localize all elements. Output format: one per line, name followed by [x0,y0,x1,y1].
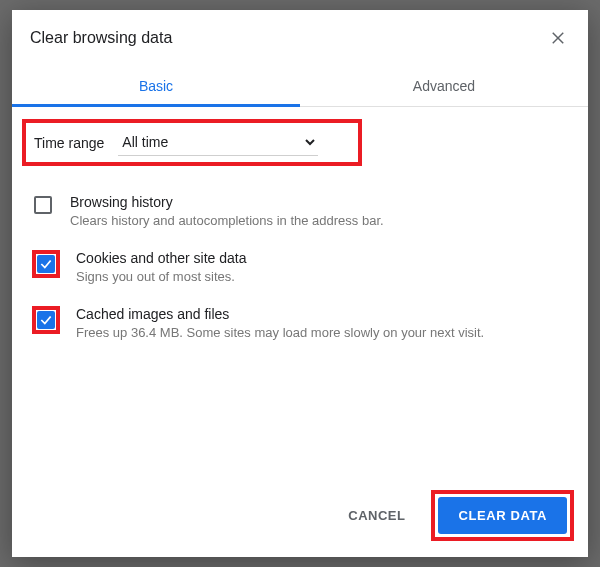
clear-browsing-data-dialog: Clear browsing data Basic Advanced Time … [12,10,588,557]
checkbox-wrap [32,250,60,278]
dialog-content: Time range All time Browsing history Cle… [12,107,588,476]
dialog-footer: CANCEL CLEAR DATA [12,476,588,557]
clear-data-highlight: CLEAR DATA [431,490,574,541]
checkbox-browsing-history[interactable] [34,196,52,214]
time-range-label: Time range [34,135,104,151]
dialog-title: Clear browsing data [30,29,172,47]
clear-data-button[interactable]: CLEAR DATA [438,497,567,534]
dialog-header: Clear browsing data [12,10,588,58]
check-icon [39,313,53,327]
tab-basic[interactable]: Basic [12,64,300,106]
option-desc: Frees up 36.4 MB. Some sites may load mo… [76,324,568,342]
option-title: Browsing history [70,194,568,210]
check-icon [39,257,53,271]
option-text: Browsing history Clears history and auto… [70,194,568,230]
tab-advanced[interactable]: Advanced [300,64,588,106]
close-button[interactable] [546,26,570,50]
time-range-select[interactable]: All time [118,129,318,156]
option-browsing-history: Browsing history Clears history and auto… [12,184,588,240]
time-range-row: Time range All time [22,119,362,166]
option-title: Cookies and other site data [76,250,568,266]
option-cookies: Cookies and other site data Signs you ou… [12,240,588,296]
option-desc: Clears history and autocompletions in th… [70,212,568,230]
option-title: Cached images and files [76,306,568,322]
tabs: Basic Advanced [12,64,588,107]
checkbox-cookies[interactable] [37,255,55,273]
close-icon [549,29,567,47]
option-desc: Signs you out of most sites. [76,268,568,286]
option-text: Cookies and other site data Signs you ou… [76,250,568,286]
option-cache: Cached images and files Frees up 36.4 MB… [12,296,588,352]
cancel-button[interactable]: CANCEL [332,498,421,533]
checkbox-wrap [32,194,54,216]
checkbox-cache[interactable] [37,311,55,329]
checkbox-wrap [32,306,60,334]
option-text: Cached images and files Frees up 36.4 MB… [76,306,568,342]
